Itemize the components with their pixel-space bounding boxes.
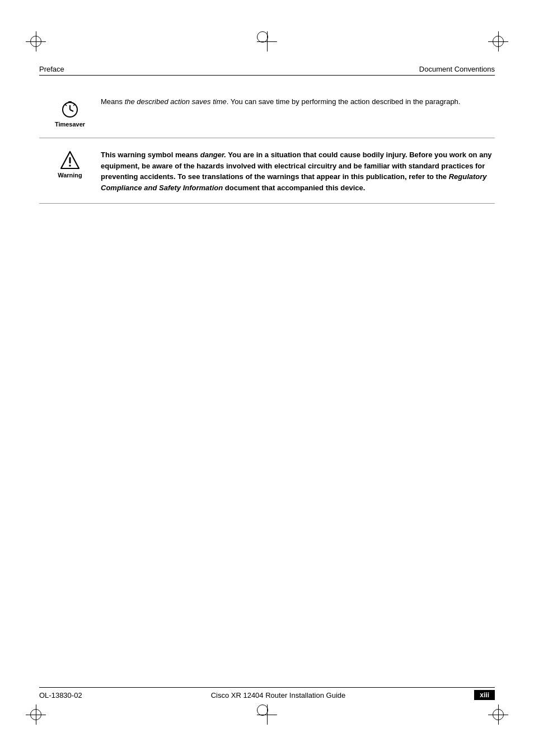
warning-icon-col: Warning [39,148,101,179]
timesaver-caption: Timesaver [55,121,85,128]
svg-rect-3 [68,101,72,103]
warning-text: This warning symbol means danger. You ar… [101,148,495,193]
footer-left: OL-13830-02 [39,691,82,699]
svg-rect-7 [69,157,71,163]
crosshair-bottom-right [488,705,508,725]
crosshair-bottom-center [257,705,277,725]
footer-page-number: xiii [474,690,495,700]
warning-icon [60,151,80,170]
timesaver-icon-col: Timesaver [39,95,101,128]
timesaver-row: Timesaver Means the described action sav… [39,95,495,138]
footer-right: Cisco XR 12404 Router Installation Guide [211,691,346,699]
svg-line-2 [70,110,73,111]
timesaver-icon [59,97,81,119]
crosshair-bottom-left [26,705,46,725]
header-left: Preface [39,65,64,73]
header-bar: Preface Document Conventions [39,65,495,76]
svg-line-4 [65,104,67,106]
svg-line-5 [73,104,75,106]
crosshair-top-right [488,31,508,51]
warning-caption: Warning [58,172,82,179]
crosshair-top-left [26,31,46,51]
crosshair-top-center [257,31,277,51]
main-content: Timesaver Means the described action sav… [39,78,495,678]
header-right: Document Conventions [419,65,495,73]
svg-point-8 [69,165,71,167]
timesaver-icon-area [59,97,81,119]
footer-bar: OL-13830-02 Cisco XR 12404 Router Instal… [39,687,495,700]
warning-row: Warning This warning symbol means danger… [39,148,495,204]
timesaver-text: Means the described action saves time. Y… [101,95,495,107]
warning-icon-area [60,151,80,170]
